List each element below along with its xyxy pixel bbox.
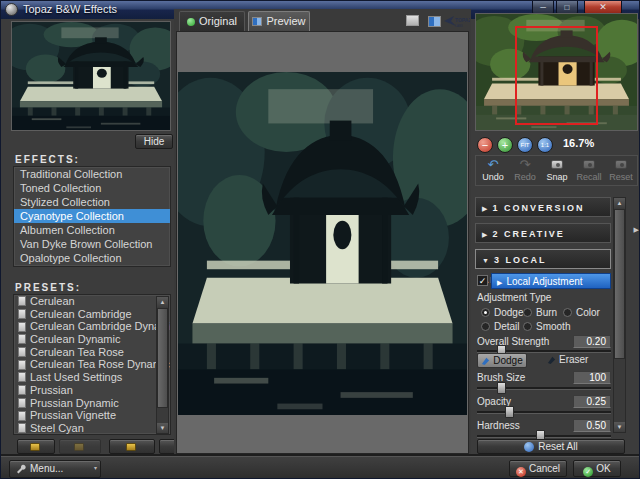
preset-item[interactable]: Steel Cyan xyxy=(14,422,170,435)
import-icon xyxy=(126,443,136,451)
local-adjustment-checkbox[interactable]: ✓ xyxy=(477,275,488,286)
preset-file-icon xyxy=(18,347,26,357)
reset-all-button[interactable]: Reset All xyxy=(477,439,625,454)
preset-item[interactable]: Prussian Vignette xyxy=(14,409,170,422)
zoom-in-icon[interactable]: + xyxy=(497,137,513,153)
preset-file-icon xyxy=(18,334,26,344)
presets-list: Cerulean Cerulean Cambridge Cerulean Cam… xyxy=(13,294,171,435)
radio-icon xyxy=(523,308,532,317)
zoom-100-icon[interactable]: 1:1 xyxy=(537,137,553,153)
reset-camera-icon xyxy=(606,158,636,172)
left-panel: Hide EFFECTS: Traditional Collection Ton… xyxy=(9,21,173,453)
delete-preset-button: Delete xyxy=(59,439,101,454)
preset-item[interactable]: Cerulean Tea Rose xyxy=(14,346,170,359)
radio-burn[interactable]: Burn xyxy=(523,307,557,318)
preset-file-icon xyxy=(18,423,26,433)
opacity-slider[interactable] xyxy=(477,406,611,418)
effects-item[interactable]: Stylized Collection xyxy=(14,195,170,209)
scroll-up-icon[interactable]: ▲ xyxy=(614,198,625,208)
panel-conversion[interactable]: ▶1 CONVERSION xyxy=(475,197,611,217)
effect-preview-thumbnail xyxy=(11,21,171,131)
preset-item[interactable]: Last Used Settings xyxy=(14,371,170,384)
panel-collapse-icon[interactable]: ▶ xyxy=(634,226,639,234)
eraser-brush-button[interactable]: Eraser xyxy=(547,353,601,368)
brush-size-slider[interactable] xyxy=(477,382,611,394)
slider-handle[interactable] xyxy=(497,382,506,394)
cancel-button[interactable]: ✕Cancel xyxy=(509,460,567,477)
wrench-icon xyxy=(16,464,26,474)
tab-original[interactable]: Original xyxy=(179,11,245,31)
effects-item[interactable]: Albumen Collection xyxy=(14,223,170,237)
slider-track[interactable] xyxy=(477,411,611,414)
tab-preview[interactable]: Preview xyxy=(248,11,310,31)
recall-button: Recall xyxy=(574,158,604,185)
radio-detail[interactable]: Detail xyxy=(481,321,520,332)
effects-item[interactable]: Opalotype Collection xyxy=(14,251,170,265)
radio-icon xyxy=(481,322,490,331)
slider-handle[interactable] xyxy=(505,406,514,418)
effects-label: EFFECTS: xyxy=(15,154,80,165)
zoom-fit-icon[interactable]: FIT xyxy=(517,137,533,153)
dropdown-arrow-icon: ▾ xyxy=(94,460,97,476)
panel-local-adjustments[interactable]: ▼3 LOCAL ADJUSTMENTS xyxy=(475,249,611,269)
main-image[interactable] xyxy=(178,72,467,415)
hide-button[interactable]: Hide xyxy=(135,134,173,149)
preset-file-icon xyxy=(18,360,26,370)
radio-dodge[interactable]: Dodge xyxy=(481,307,523,318)
presets-scrollbar[interactable]: ▲ ▼ xyxy=(156,296,169,434)
radio-icon xyxy=(523,322,532,331)
effects-item[interactable]: Toned Collection xyxy=(14,181,170,195)
preset-file-icon xyxy=(18,385,26,395)
redo-button: ↷Redo xyxy=(510,158,540,185)
effects-item[interactable]: Traditional Collection xyxy=(14,167,170,181)
history-toolbar: ↶Undo ↷Redo Snap Recall Reset xyxy=(475,155,638,186)
zoom-out-icon[interactable]: − xyxy=(477,137,493,153)
local-adjustment-layer[interactable]: ▶Local Adjustment xyxy=(491,273,611,289)
ok-icon: ✓ xyxy=(583,467,593,477)
ok-button[interactable]: ✓OK xyxy=(573,460,621,477)
panel-creative-effects[interactable]: ▶2 CREATIVE EFFECTS xyxy=(475,223,611,243)
undo-button[interactable]: ↶Undo xyxy=(478,158,508,185)
preset-item[interactable]: Cerulean Cambridge Dynamic xyxy=(14,320,170,333)
svg-text:LABS: LABS xyxy=(455,24,463,28)
image-canvas[interactable] xyxy=(176,31,469,454)
preset-item[interactable]: Cerulean Tea Rose Dynamic xyxy=(14,358,170,371)
radio-color[interactable]: Color xyxy=(563,307,600,318)
scrollbar-thumb[interactable] xyxy=(614,209,625,359)
preset-file-icon xyxy=(18,309,26,319)
effects-list: Traditional Collection Toned Collection … xyxy=(13,166,171,267)
preset-item[interactable]: Prussian xyxy=(14,384,170,397)
scroll-down-icon[interactable]: ▼ xyxy=(157,423,168,433)
panel-scrollbar[interactable]: ▲ ▼ xyxy=(613,197,626,433)
single-view-icon[interactable] xyxy=(406,15,419,26)
preview-area: Original Preview TOPAZ LABS xyxy=(174,9,471,456)
effects-item-selected[interactable]: Cyanotype Collection xyxy=(14,209,170,223)
chevron-down-icon: ▼ xyxy=(482,257,489,264)
preset-item[interactable]: Cerulean Cambridge xyxy=(14,308,170,321)
save-preset-button[interactable]: Save xyxy=(17,439,55,454)
scroll-up-icon[interactable]: ▲ xyxy=(157,297,168,307)
import-preset-button[interactable]: Import xyxy=(109,439,155,454)
cancel-icon: ✕ xyxy=(516,467,526,477)
preset-item[interactable]: Cerulean xyxy=(14,295,170,308)
dodge-brush-button[interactable]: Dodge xyxy=(477,353,527,368)
navigator-thumbnail[interactable] xyxy=(475,13,638,131)
preset-item[interactable]: Cerulean Dynamic xyxy=(14,333,170,346)
effects-item[interactable]: Van Dyke Brown Collection xyxy=(14,237,170,251)
menu-button[interactable]: Menu... ▾ xyxy=(9,460,101,478)
preset-item[interactable]: Prussian Dynamic xyxy=(14,397,170,410)
scroll-down-icon[interactable]: ▼ xyxy=(614,422,625,432)
eraser-brush-icon xyxy=(547,355,556,364)
navigator-view-rectangle[interactable] xyxy=(515,26,599,126)
chevron-right-icon: ▶ xyxy=(497,279,502,286)
adjustment-type-label: Adjustment Type xyxy=(477,292,551,303)
snap-button[interactable]: Snap xyxy=(542,158,572,185)
scrollbar-thumb[interactable] xyxy=(157,308,168,408)
dual-view-icon[interactable] xyxy=(428,16,441,27)
pavilion-photo-cyanotype xyxy=(178,72,467,415)
dodge-brush-icon xyxy=(481,356,490,365)
recall-camera-icon xyxy=(574,158,604,172)
radio-smooth[interactable]: Smooth xyxy=(523,321,570,332)
window-title: Topaz B&W Effects xyxy=(23,3,117,15)
app-window: Topaz B&W Effects ─ □ ✕ Hide EFFECTS: Tr… xyxy=(0,0,640,479)
